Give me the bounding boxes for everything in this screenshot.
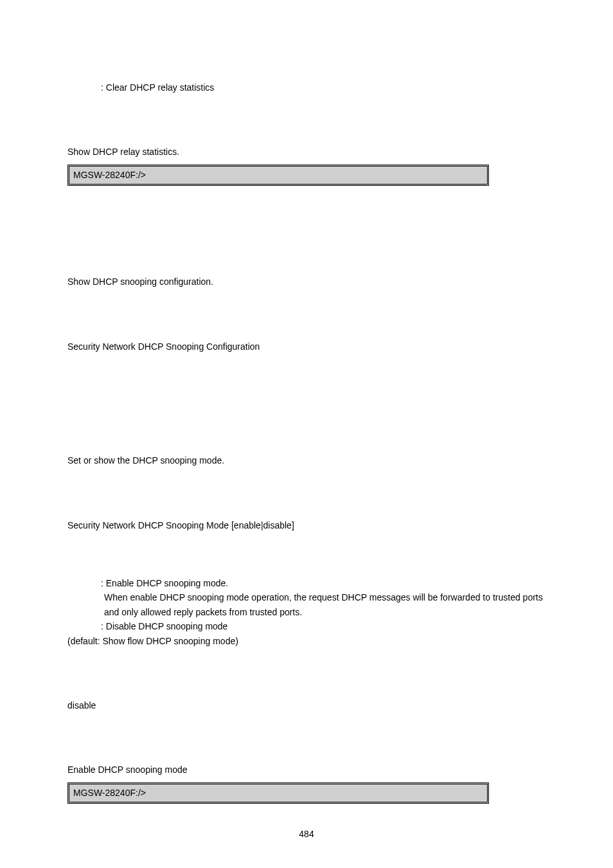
default-note: (default: Show flow DHCP snooping mode)	[67, 634, 546, 648]
prompt-text-2: MGSW-28240F:/>	[73, 788, 146, 798]
code-box-2: MGSW-28240F:/>	[67, 782, 489, 804]
param-enable-detail1: When enable DHCP snooping mode operation…	[67, 590, 546, 604]
param-disable: : Disable DHCP snooping mode	[67, 619, 546, 633]
snoop-conf-desc: Show DHCP snooping configuration.	[67, 275, 546, 289]
code-box-1: MGSW-28240F:/>	[67, 165, 489, 186]
default-value: disable	[67, 698, 546, 712]
snoop-mode-syntax: Security Network DHCP Snooping Mode [ena…	[67, 518, 546, 532]
param-enable: : Enable DHCP snooping mode.	[67, 576, 546, 590]
example2-caption: Enable DHCP snooping mode	[67, 763, 546, 777]
page-content: : Clear DHCP relay statistics Show DHCP …	[0, 0, 613, 804]
snoop-mode-desc: Set or show the DHCP snooping mode.	[67, 453, 546, 467]
param-clear-desc: : Clear DHCP relay statistics	[67, 80, 546, 95]
example1-caption: Show DHCP relay statistics.	[67, 145, 546, 159]
snoop-conf-syntax: Security Network DHCP Snooping Configura…	[67, 339, 546, 354]
prompt-text: MGSW-28240F:/>	[73, 170, 146, 180]
param-enable-detail2: and only allowed reply packets from trus…	[67, 605, 546, 619]
page-number: 484	[0, 829, 613, 839]
